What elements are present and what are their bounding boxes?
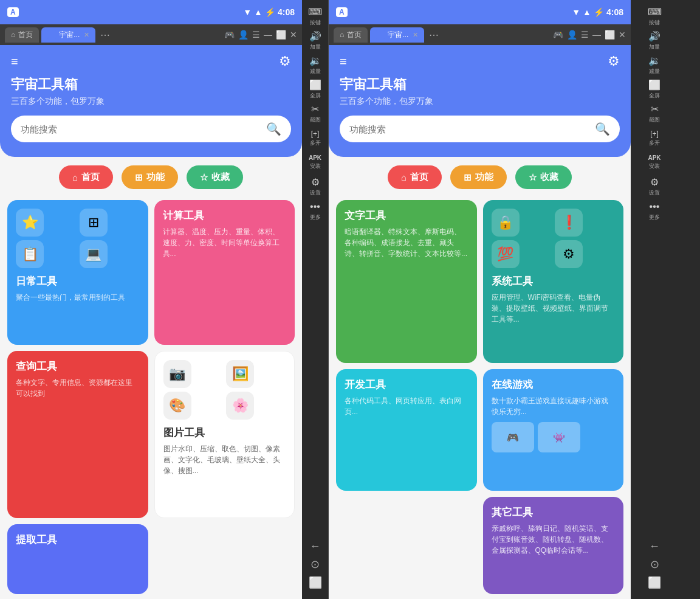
- card-game[interactable]: 在线游戏 数十款小霸王游戏直接玩趣味小游戏 快乐无穷... 🎮 👾: [483, 369, 624, 491]
- left-search-input[interactable]: [21, 124, 261, 134]
- right-search-bar[interactable]: 🔍: [340, 116, 620, 142]
- right-nav-home[interactable]: ⌂ 首页: [388, 165, 442, 189]
- card-daily[interactable]: ⭐ ⊞ 📋 💻 日常工具 聚合一些最热门，最常用到的工具: [7, 200, 148, 345]
- left-nav-fav-icon: ☆: [200, 172, 208, 183]
- left-win-menu[interactable]: ☰: [252, 30, 260, 40]
- left-hamburger-icon[interactable]: ≡: [11, 55, 18, 69]
- right-nav-func[interactable]: ⊞ 功能: [450, 165, 507, 189]
- card-extract[interactable]: 提取工具: [7, 524, 148, 594]
- left-screen: A ▼ ▲ ⚡ 4:08 ⌂ 首页 宇宙... ✕ ⋯ 🎮: [0, 0, 302, 599]
- right-side-settings[interactable]: ⚙ 设置: [643, 175, 666, 198]
- left-nav-func[interactable]: ⊞ 功能: [122, 165, 178, 189]
- right-side-vol-up[interactable]: 🔊 加量: [643, 29, 666, 52]
- right-side-fullscreen[interactable]: ⬜ 全屏: [643, 78, 666, 101]
- left-side-vol-down[interactable]: 🔉 减量: [304, 54, 327, 77]
- left-content-grid: ⭐ ⊞ 📋 💻 日常工具 聚合一些最热门，最常用到的工具 计算工具 计算器、温度…: [0, 195, 302, 599]
- left-side-settings[interactable]: ⚙ 设置: [304, 175, 327, 198]
- left-nav-home[interactable]: ⌂ 首页: [59, 165, 113, 189]
- left-tab-yuzhu-label: 宇宙...: [59, 30, 80, 40]
- card-image-desc: 图片水印、压缩、取色、切图、像素画、文字化、毛玻璃、壁纸大全、头像、搜图...: [163, 443, 286, 476]
- right-tab-favicon: [376, 30, 385, 39]
- left-win-gamepad[interactable]: 🎮: [224, 30, 235, 40]
- left-win-user[interactable]: 👤: [238, 30, 249, 40]
- right-home-tab-label: 首页: [347, 30, 362, 40]
- card-dev-desc: 各种代码工具、网页转应用、表白网页...: [345, 395, 468, 417]
- left-side-fullscreen[interactable]: ⬜ 全屏: [304, 78, 327, 101]
- right-side-vol-down[interactable]: 🔉 减量: [643, 54, 666, 77]
- right-tab-yuzhu[interactable]: 宇宙... ✕: [370, 27, 424, 43]
- right-nav-fav[interactable]: ☆ 收藏: [515, 165, 572, 189]
- card-text[interactable]: 文字工具 暗语翻译器、特殊文本、摩斯电码、各种编码、成语接龙、去重、藏头诗、转拼…: [336, 200, 477, 363]
- right-battery-icon: ⚡: [594, 7, 604, 17]
- left-gear-icon[interactable]: ⚙: [279, 54, 291, 69]
- left-side-vol-up[interactable]: 🔊 加量: [304, 29, 327, 52]
- left-search-icon[interactable]: 🔍: [266, 122, 281, 136]
- card-query-title: 查询工具: [16, 359, 140, 373]
- left-side-multiopen[interactable]: [+] 多开: [304, 126, 327, 150]
- card-calc[interactable]: 计算工具 计算器、温度、压力、重量、体积、速度、力、密度、时间等单位换算工具..…: [154, 200, 295, 345]
- right-side-apk[interactable]: APK 安装: [643, 151, 666, 174]
- left-nav-tabs: ⌂ 首页 ⊞ 功能 ☆ 收藏: [0, 157, 302, 195]
- right-win-user[interactable]: 👤: [567, 30, 577, 40]
- right-apk-icon: APK: [648, 154, 661, 161]
- left-win-close[interactable]: ✕: [290, 30, 297, 40]
- card-calc-desc: 计算器、温度、压力、重量、体积、速度、力、密度、时间等单位换算工具...: [163, 226, 287, 259]
- right-settings-icon: ⚙: [650, 176, 659, 188]
- left-home-tab-icon: ⌂: [11, 30, 15, 39]
- right-win-minimize[interactable]: —: [592, 30, 601, 40]
- right-side-keyboard[interactable]: ⌨ 按键: [643, 5, 666, 28]
- left-signal-icon: ▲: [254, 7, 262, 17]
- left-nav-back[interactable]: ←: [310, 540, 321, 553]
- right-tab-more[interactable]: ⋯: [429, 29, 439, 41]
- right-tab-close[interactable]: ✕: [413, 31, 418, 39]
- left-nav-home-icon: ⌂: [72, 172, 78, 182]
- left-nav-func-label: 功能: [146, 171, 165, 183]
- left-tab-more[interactable]: ⋯: [100, 29, 110, 41]
- card-other[interactable]: 其它工具 亲戚称呼、舔狗日记、随机笑话、支付宝到账音效、随机转盘、随机数、金属探…: [483, 497, 624, 594]
- card-text-desc: 暗语翻译器、特殊文本、摩斯电码、各种编码、成语接龙、去重、藏头诗、转拼音、字数统…: [345, 226, 468, 259]
- card-daily-title: 日常工具: [16, 274, 140, 288]
- right-nav-circle[interactable]: ⊙: [650, 558, 659, 571]
- right-screenshot-icon: ✂: [651, 103, 659, 115]
- left-tab-yuzhu[interactable]: 宇宙... ✕: [41, 27, 95, 43]
- left-tab-close[interactable]: ✕: [84, 31, 89, 39]
- left-nav-square[interactable]: ⬜: [309, 576, 322, 589]
- card-image[interactable]: 📷 🖼️ 🎨 🌸 图片工具 图片水印、压缩、取色、切图、像素画、文字化、毛玻璃、…: [154, 351, 295, 519]
- card-sys[interactable]: 🔒 ❗ 💯 ⚙ 系统工具 应用管理、WiFi密码查看、电量伪装、提取壁纸、视频壁…: [483, 200, 624, 363]
- right-app-icon: A: [336, 7, 348, 17]
- right-tab-bar: ⌂ 首页 宇宙... ✕ ⋯ 🎮 👤 ☰ — ⬜ ✕: [329, 24, 631, 45]
- right-side-more[interactable]: ••• 更多: [643, 199, 666, 223]
- daily-icon-1: ⭐: [16, 209, 44, 237]
- left-side-apk[interactable]: APK 安装: [304, 151, 327, 174]
- card-image-title: 图片工具: [163, 426, 286, 440]
- card-dev[interactable]: 开发工具 各种代码工具、网页转应用、表白网页...: [336, 369, 477, 491]
- right-win-close[interactable]: ✕: [619, 30, 626, 40]
- right-side-multiopen[interactable]: [+] 多开: [643, 126, 666, 150]
- right-screen: A ▼ ▲ ⚡ 4:08 ⌂ 首页 宇宙... ✕ ⋯ 🎮 👤: [329, 0, 631, 599]
- right-tab-home[interactable]: ⌂ 首页: [334, 27, 368, 43]
- left-search-bar[interactable]: 🔍: [11, 116, 291, 142]
- left-nav-fav[interactable]: ☆ 收藏: [187, 165, 243, 189]
- right-gear-icon[interactable]: ⚙: [608, 54, 620, 69]
- right-nav-square[interactable]: ⬜: [648, 576, 661, 589]
- right-more-icon: •••: [650, 201, 660, 212]
- left-nav-circle[interactable]: ⊙: [311, 558, 320, 571]
- right-side-screenshot[interactable]: ✂ 截图: [643, 102, 666, 125]
- right-search-input[interactable]: [349, 124, 590, 134]
- left-side-screenshot[interactable]: ✂ 截图: [304, 102, 327, 125]
- left-tab-home[interactable]: ⌂ 首页: [5, 27, 39, 43]
- left-win-restore[interactable]: ⬜: [276, 30, 286, 40]
- right-win-restore[interactable]: ⬜: [605, 30, 615, 40]
- left-side-more[interactable]: ••• 更多: [304, 199, 327, 223]
- left-time: 4:08: [278, 7, 295, 17]
- right-hamburger-icon[interactable]: ≡: [340, 55, 347, 69]
- right-win-gamepad[interactable]: 🎮: [553, 30, 563, 40]
- right-side-toolbar: ⌨ 按键 🔊 加量 🔉 减量 ⬜ 全屏 ✂ 截图 [+] 多开 APK 安装 ⚙: [631, 0, 678, 599]
- right-win-menu[interactable]: ☰: [581, 30, 589, 40]
- right-nav-back[interactable]: ←: [649, 540, 660, 553]
- card-query[interactable]: 查询工具 各种文字、专用信息、资源都在这里可以找到: [7, 351, 148, 519]
- left-win-minimize[interactable]: —: [264, 30, 272, 40]
- right-search-icon[interactable]: 🔍: [595, 122, 610, 136]
- right-time: 4:08: [606, 7, 623, 17]
- left-side-keyboard[interactable]: ⌨ 按键: [304, 5, 327, 28]
